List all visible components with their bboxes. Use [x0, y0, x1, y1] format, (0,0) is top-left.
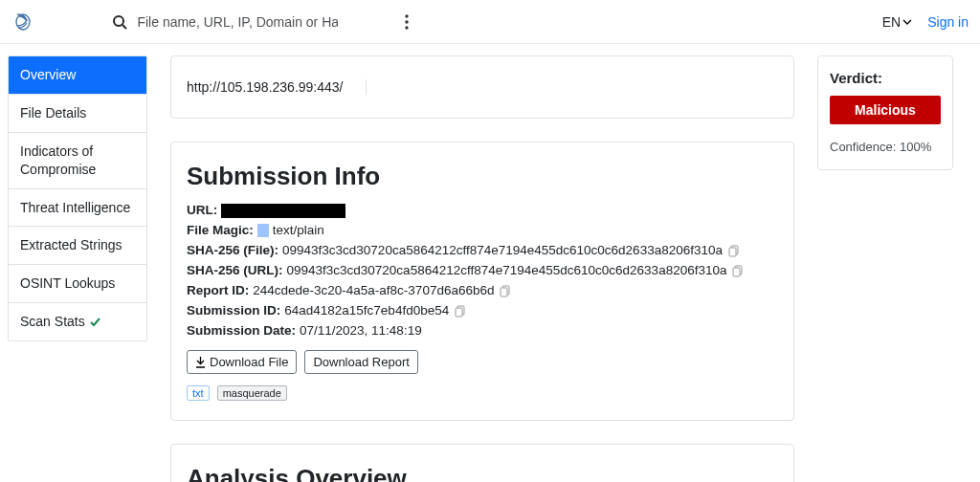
tag-masquerade[interactable]: masquerade	[217, 385, 287, 401]
report-id-label: Report ID:	[187, 281, 249, 301]
verdict-column: Verdict: Malicious Confidence: 100%	[817, 55, 969, 170]
svg-point-1	[114, 16, 123, 26]
download-file-button[interactable]: Download File	[187, 350, 297, 374]
sha-url-label: SHA-256 (URL):	[187, 261, 283, 281]
copy-icon[interactable]	[728, 245, 740, 257]
submission-heading: Submission Info	[187, 162, 778, 191]
sidebar-item-osint[interactable]: OSINT Lookups	[9, 265, 146, 303]
analysis-heading: Analysis Overview	[187, 464, 778, 482]
svg-rect-13	[456, 308, 462, 317]
copy-icon[interactable]	[732, 265, 744, 277]
confidence-label: Confidence:	[830, 140, 896, 154]
copy-icon[interactable]	[500, 285, 511, 297]
svg-rect-9	[733, 268, 740, 276]
url-card: http://105.198.236.99:443/	[170, 55, 794, 119]
svg-point-5	[406, 26, 409, 29]
sidebar-item-extracted-strings[interactable]: Extracted Strings	[9, 227, 146, 265]
sha-file-value: 09943f3c3cd30720ca5864212cff874e7194e455…	[282, 241, 723, 261]
check-icon	[89, 316, 101, 328]
submission-info-card: Submission Info URL: File Magic:text/pla…	[170, 142, 794, 421]
topbar: EN Sign in	[0, 0, 980, 44]
sha-url-value: 09943f3c3cd30720ca5864212cff874e7194e455…	[287, 261, 727, 281]
svg-line-2	[122, 25, 126, 29]
sidebar-item-overview[interactable]: Overview	[9, 56, 146, 95]
filemagic-value: text/plain	[273, 221, 324, 241]
sidebar-item-scan-stats[interactable]: Scan Stats	[9, 303, 146, 340]
url-label: URL:	[187, 201, 217, 221]
search-input[interactable]	[137, 14, 338, 30]
file-type-icon	[257, 224, 269, 237]
verdict-title: Verdict:	[830, 70, 941, 86]
submission-id-label: Submission ID:	[187, 301, 280, 321]
svg-point-3	[406, 14, 409, 17]
svg-rect-11	[501, 288, 507, 296]
report-id-value: 244cdede-3c20-4a5a-af8c-3707d6a66b6d	[253, 281, 494, 301]
submission-id-value: 64ad4182a15fc7eb4fd0be54	[284, 301, 449, 321]
sidebar: Overview File Details Indicators of Comp…	[8, 55, 147, 341]
date-value: 07/11/2023, 11:48:19	[300, 321, 422, 341]
verdict-card: Verdict: Malicious Confidence: 100%	[817, 55, 953, 170]
svg-rect-7	[729, 248, 736, 256]
sidebar-item-ioc[interactable]: Indicators of Compromise	[9, 133, 146, 189]
analysis-overview-card: Analysis Overview Malicious Informationa…	[170, 444, 794, 482]
sha-file-label: SHA-256 (File):	[187, 241, 278, 261]
date-label: Submission Date:	[187, 321, 296, 341]
signin-link[interactable]: Sign in	[927, 14, 969, 30]
search-icon	[112, 14, 127, 30]
scanned-url: http://105.198.236.99:443/	[187, 79, 367, 95]
verdict-badge: Malicious	[830, 96, 941, 124]
confidence-value: 100%	[900, 140, 931, 154]
language-selector[interactable]: EN	[882, 14, 912, 30]
language-label: EN	[882, 14, 901, 30]
download-report-button[interactable]: Download Report	[304, 350, 417, 374]
sidebar-item-threat-intel[interactable]: Threat Intelligence	[9, 189, 146, 228]
tag-txt[interactable]: txt	[187, 385, 210, 401]
app-logo[interactable]	[11, 9, 38, 35]
filemagic-label: File Magic:	[187, 221, 254, 241]
svg-point-4	[406, 20, 409, 23]
copy-icon[interactable]	[455, 305, 466, 318]
sidebar-item-file-details[interactable]: File Details	[9, 95, 146, 133]
kebab-menu-icon[interactable]	[405, 14, 409, 30]
main-content: http://105.198.236.99:443/ Submission In…	[147, 55, 817, 482]
redacted-url	[221, 204, 345, 218]
